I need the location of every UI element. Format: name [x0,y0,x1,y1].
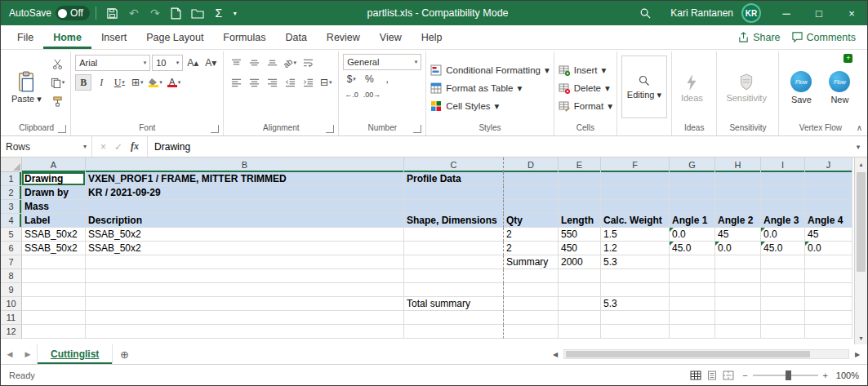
fill-color-button[interactable]: ▾ [147,74,164,91]
cell-E3[interactable] [559,200,601,214]
cell-F9[interactable] [601,283,670,297]
customize-quick-access-button[interactable]: ▾ [229,1,241,25]
open-folder-button[interactable] [187,1,208,25]
flow-save-button[interactable]: Flow Save [783,54,819,122]
decrease-indent-button[interactable] [282,74,298,91]
cell-C2[interactable] [404,186,504,200]
autosum-button[interactable]: Σ [208,1,229,25]
cell-E9[interactable] [559,283,601,297]
name-box[interactable]: Rows ▾ [1,136,92,157]
grow-font-button[interactable]: A▴ [185,55,201,71]
cell-J10[interactable] [805,297,852,311]
cell-A1[interactable]: Drawing [22,172,86,186]
column-header-A[interactable]: A [22,158,86,172]
cell-C9[interactable] [404,283,504,297]
user-name[interactable]: Kari Rantanen [670,7,733,19]
cell-F2[interactable] [601,186,670,200]
cell-J2[interactable] [805,186,852,200]
cell-C3[interactable] [404,200,504,214]
cell-G3[interactable] [670,200,715,214]
tab-data[interactable]: Data [275,25,316,49]
cell-G8[interactable] [670,269,715,283]
cell-C10[interactable]: Total summary [404,297,504,311]
cell-B10[interactable] [86,297,404,311]
horizontal-scroll-thumb[interactable] [566,351,810,357]
cell-E7[interactable]: 2000 [559,255,601,269]
cell-F6[interactable]: 1.2 [601,242,670,255]
editing-button[interactable]: Editing ▾ [621,55,667,118]
cell-E12[interactable] [559,325,601,339]
minimize-button[interactable]: ─ [771,1,802,25]
align-left-button[interactable] [228,74,244,91]
cell-B8[interactable] [86,269,404,283]
zoom-out-button[interactable]: − [742,370,747,380]
cell-H1[interactable] [715,172,761,186]
font-dialog-launcher[interactable] [211,125,219,133]
column-header-D[interactable]: D [504,158,559,172]
cell-D11[interactable] [504,311,559,325]
cell-H8[interactable] [715,269,761,283]
cell-F7[interactable]: 5.3 [601,255,670,269]
column-header-J[interactable]: J [805,158,852,172]
accounting-format-button[interactable]: $▾ [343,71,359,87]
cell-E5[interactable]: 550 [559,228,601,242]
cell-G10[interactable] [670,297,715,311]
scroll-down-icon[interactable]: ▾ [855,331,868,344]
cell-D3[interactable] [504,200,559,214]
cell-I8[interactable] [761,269,805,283]
close-button[interactable]: × [836,1,867,25]
cell-H7[interactable] [715,255,761,269]
cell-B7[interactable] [86,255,404,269]
cell-E8[interactable] [559,269,601,283]
normal-view-icon[interactable] [690,370,701,380]
row-header-10[interactable]: 10 [1,297,22,311]
cell-A11[interactable] [22,311,86,325]
expand-formula-bar-button[interactable]: ▾ [849,136,867,157]
cell-E11[interactable] [559,311,601,325]
cell-J3[interactable] [805,200,852,214]
cell-B1[interactable]: VXEN_PROF1 / FRAME, MITTER TRIMMED [86,172,404,186]
cell-F11[interactable] [601,311,670,325]
zoom-slider-thumb[interactable] [786,370,791,380]
row-header-11[interactable]: 11 [1,311,22,325]
cell-F3[interactable] [601,200,670,214]
cell-H9[interactable] [715,283,761,297]
cell-H4[interactable]: Angle 2 [715,214,761,228]
tab-view[interactable]: View [370,25,412,49]
cell-D10[interactable] [504,297,559,311]
cell-E10[interactable] [559,297,601,311]
cell-F10[interactable]: 5.3 [601,297,670,311]
tab-review[interactable]: Review [317,25,370,49]
cell-styles-button[interactable]: Cell Styles▾ [430,97,549,114]
cell-A5[interactable]: SSAB_50x2 [22,228,86,242]
cell-H11[interactable] [715,311,761,325]
cell-C12[interactable] [404,325,504,339]
select-all-button[interactable] [1,158,22,172]
cell-B4[interactable]: Description [86,214,404,228]
format-painter-button[interactable] [49,93,67,109]
document-title[interactable]: partlist.xls - Compatibility Mode [241,7,634,19]
formula-input[interactable]: Drawing [148,136,849,157]
cell-A6[interactable]: SSAB_50x2 [22,242,86,255]
cell-A12[interactable] [22,325,86,339]
next-sheet-button[interactable]: ▶ [19,344,37,364]
cut-button[interactable] [49,55,67,72]
zoom-level[interactable]: 100% [833,370,859,380]
cell-E4[interactable]: Length [559,214,601,228]
cell-B9[interactable] [86,283,404,297]
column-header-I[interactable]: I [761,158,805,172]
column-header-H[interactable]: H [715,158,761,172]
cell-G7[interactable] [670,255,715,269]
cell-F12[interactable] [601,325,670,339]
borders-button[interactable]: ⊞▾ [129,74,145,91]
cell-J9[interactable] [805,283,852,297]
search-button[interactable] [634,1,656,25]
cell-C7[interactable] [404,255,504,269]
confirm-entry-button[interactable]: ✓ [114,141,122,153]
new-sheet-button[interactable]: ⊕ [113,344,136,364]
cell-A3[interactable]: Mass [22,200,86,214]
cell-H12[interactable] [715,325,761,339]
row-header-7[interactable]: 7 [1,255,22,269]
cell-J8[interactable] [805,269,852,283]
row-header-6[interactable]: 6 [1,242,22,255]
